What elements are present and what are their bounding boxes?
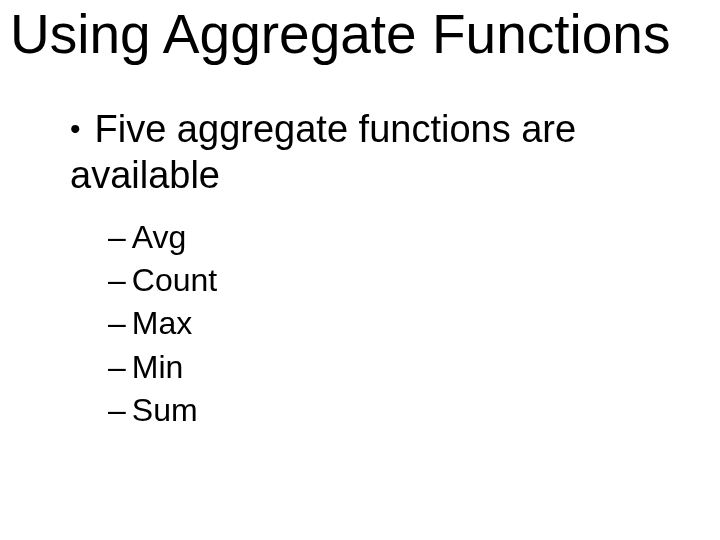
sub-item-label: Min: [132, 349, 184, 385]
sub-item-label: Sum: [132, 392, 198, 428]
list-item: –Max: [108, 302, 217, 345]
slide-title: Using Aggregate Functions: [10, 2, 670, 66]
bullet-level-1: •Five aggregate functions are available: [70, 106, 576, 199]
bullet-level-2: –Avg –Count –Max –Min –Sum: [108, 216, 217, 432]
slide: Using Aggregate Functions •Five aggregat…: [0, 0, 720, 540]
sub-item-label: Avg: [132, 219, 187, 255]
dash-icon: –: [108, 346, 126, 389]
sub-item-label: Max: [132, 305, 192, 341]
list-item: –Count: [108, 259, 217, 302]
bullet-text-line2: available: [70, 154, 220, 196]
dash-icon: –: [108, 259, 126, 302]
list-item: –Sum: [108, 389, 217, 432]
list-item: –Min: [108, 346, 217, 389]
dash-icon: –: [108, 216, 126, 259]
dash-icon: –: [108, 302, 126, 345]
bullet-text-line1: Five aggregate functions are: [95, 106, 577, 152]
dash-icon: –: [108, 389, 126, 432]
list-item: –Avg: [108, 216, 217, 259]
bullet-dot-icon: •: [70, 114, 81, 144]
sub-item-label: Count: [132, 262, 217, 298]
